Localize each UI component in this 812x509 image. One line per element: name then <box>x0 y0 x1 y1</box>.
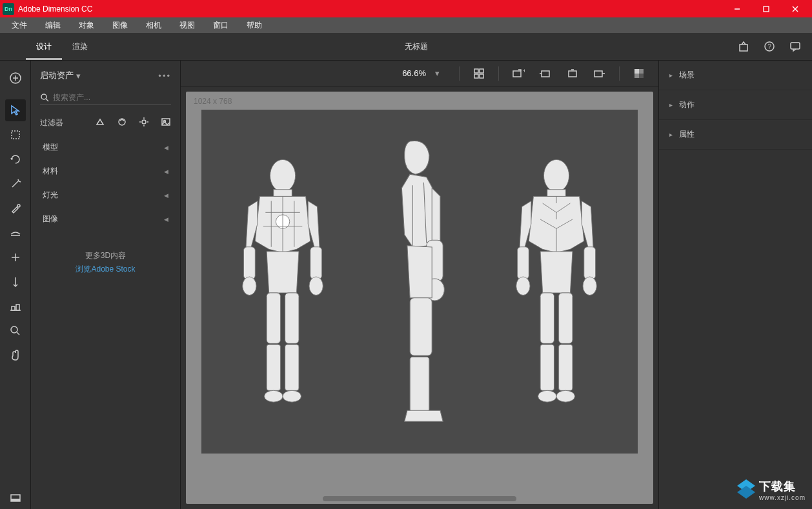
menu-edit[interactable]: 编辑 <box>36 18 70 33</box>
menu-window[interactable]: 窗口 <box>204 18 238 33</box>
zoom-tool[interactable] <box>5 320 26 342</box>
viewport[interactable]: 1024 x 768 <box>186 92 653 504</box>
svg-rect-7 <box>791 43 800 49</box>
grid-icon[interactable] <box>467 65 491 83</box>
title-bar: Dn Adobe Dimension CC <box>0 0 812 17</box>
tab-design[interactable]: 设计 <box>26 33 62 60</box>
svg-rect-11 <box>12 131 19 139</box>
svg-rect-72 <box>547 190 565 197</box>
section-properties[interactable]: ▸属性 <box>659 120 812 150</box>
left-toolbar <box>0 61 31 509</box>
category-images[interactable]: 图像◀ <box>31 207 180 231</box>
svg-rect-81 <box>559 344 573 390</box>
menu-bar: 文件 编辑 对象 图像 相机 视图 窗口 帮助 <box>0 17 812 33</box>
wand-tool[interactable] <box>5 173 26 195</box>
svg-rect-57 <box>285 344 299 390</box>
render-area <box>201 110 638 454</box>
feedback-icon[interactable] <box>786 37 804 55</box>
menu-help[interactable]: 帮助 <box>238 18 271 33</box>
svg-rect-42 <box>569 71 576 77</box>
menu-file[interactable]: 文件 <box>3 18 36 33</box>
svg-rect-75 <box>584 247 596 279</box>
svg-point-47 <box>270 160 295 192</box>
share-icon[interactable] <box>735 37 753 55</box>
zoom-dropdown[interactable]: 66.6%▾ <box>402 68 440 78</box>
promo-link[interactable]: 浏览Adobe Stock <box>31 264 180 275</box>
camera-next-icon[interactable] <box>588 65 611 83</box>
filter-light-icon[interactable] <box>139 117 149 129</box>
svg-line-22 <box>17 332 19 335</box>
dock-tool[interactable] <box>5 487 26 509</box>
svg-rect-55 <box>285 293 299 343</box>
horizon-tool[interactable] <box>5 222 26 244</box>
svg-rect-56 <box>267 344 280 390</box>
svg-rect-43 <box>594 71 602 77</box>
camera-prev-icon[interactable] <box>534 65 557 83</box>
move-h-tool[interactable] <box>5 246 26 268</box>
triangle-left-icon: ◀ <box>164 168 168 175</box>
svg-rect-1 <box>764 6 769 12</box>
svg-point-77 <box>583 277 596 295</box>
filter-shape-icon[interactable] <box>95 117 105 129</box>
close-button[interactable] <box>780 0 809 17</box>
svg-point-21 <box>11 326 17 333</box>
svg-point-83 <box>556 391 574 403</box>
orbit-tool[interactable] <box>5 148 26 170</box>
chevron-right-icon: ▸ <box>669 72 673 79</box>
move-v-tool[interactable] <box>5 271 26 293</box>
marquee-tool[interactable] <box>5 124 26 146</box>
menu-view[interactable]: 视图 <box>170 18 204 33</box>
tab-render[interactable]: 渲染 <box>62 33 98 60</box>
svg-point-76 <box>516 277 530 295</box>
svg-point-28 <box>142 120 146 124</box>
search-field[interactable] <box>40 90 171 105</box>
help-icon[interactable]: ? <box>760 37 778 55</box>
maximize-button[interactable] <box>751 0 780 17</box>
document-title: 无标题 <box>98 41 735 52</box>
menu-object[interactable]: 对象 <box>70 18 103 33</box>
align-tool[interactable] <box>5 295 26 317</box>
watermark-logo-icon <box>733 477 759 503</box>
svg-rect-19 <box>16 304 19 310</box>
render-preview-icon[interactable] <box>627 65 651 83</box>
section-actions[interactable]: ▸动作 <box>659 90 812 120</box>
app-title: Adobe Dimension CC <box>18 5 722 14</box>
category-lights[interactable]: 灯光◀ <box>31 183 180 207</box>
svg-rect-79 <box>559 293 573 343</box>
sampler-tool[interactable] <box>5 197 26 219</box>
menu-camera[interactable]: 相机 <box>137 18 170 33</box>
camera-bookmark-icon[interactable]: + <box>507 65 530 83</box>
category-materials[interactable]: 材料◀ <box>31 159 180 183</box>
triangle-left-icon: ◀ <box>164 192 168 199</box>
filter-material-icon[interactable] <box>117 117 127 129</box>
model-front-view <box>225 130 340 432</box>
svg-point-13 <box>17 205 20 207</box>
svg-line-26 <box>46 99 48 101</box>
svg-point-71 <box>543 160 569 192</box>
svg-line-12 <box>12 181 18 187</box>
menu-image[interactable]: 图像 <box>103 18 137 33</box>
chevron-right-icon: ▸ <box>669 131 673 138</box>
chevron-down-icon[interactable]: ▾ <box>76 71 81 81</box>
app-logo-icon: Dn <box>3 3 14 15</box>
filter-image-icon[interactable] <box>161 117 171 129</box>
svg-rect-50 <box>243 247 255 279</box>
camera-home-icon[interactable] <box>561 65 584 83</box>
svg-rect-78 <box>540 293 554 343</box>
svg-rect-67 <box>410 298 432 355</box>
watermark: 下载集 www.xzji.com <box>733 477 806 503</box>
svg-rect-80 <box>540 344 554 390</box>
assets-title[interactable]: 启动资产 <box>40 70 74 81</box>
minimize-button[interactable] <box>722 0 751 17</box>
more-options-icon[interactable]: ••• <box>158 71 171 81</box>
hand-tool[interactable] <box>5 344 26 366</box>
search-input[interactable] <box>53 93 171 102</box>
add-tool[interactable] <box>5 67 26 89</box>
select-tool[interactable] <box>5 99 26 121</box>
category-models[interactable]: 模型◀ <box>31 135 180 159</box>
svg-text:?: ? <box>767 43 771 50</box>
horizontal-scrollbar[interactable] <box>323 496 516 501</box>
svg-rect-18 <box>12 306 15 310</box>
section-scene[interactable]: ▸场景 <box>659 61 812 90</box>
svg-point-52 <box>243 277 256 295</box>
